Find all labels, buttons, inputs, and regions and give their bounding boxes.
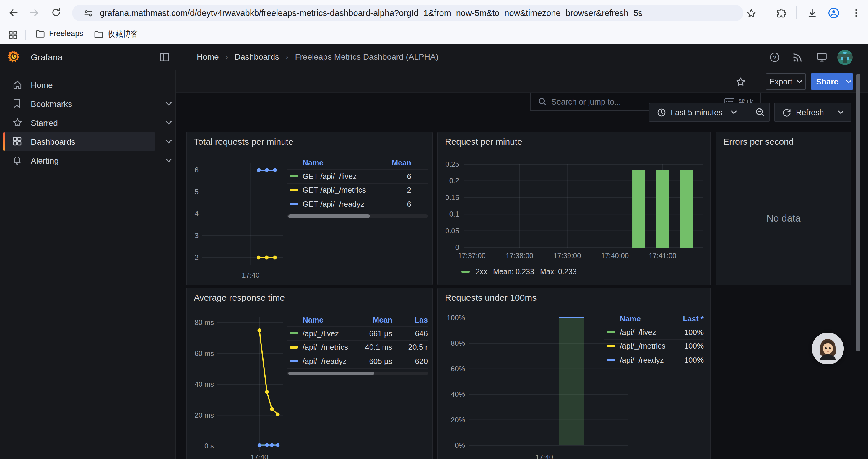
- refresh-icon: [782, 108, 791, 117]
- series-name[interactable]: /api/_/livez: [303, 329, 358, 338]
- time-range-picker[interactable]: Last 5 minutes: [649, 108, 750, 117]
- help-button[interactable]: ?: [769, 52, 780, 63]
- breadcrumb-home[interactable]: Home: [197, 52, 219, 61]
- apps-grid-button[interactable]: [5, 27, 21, 43]
- refresh-interval-dropdown[interactable]: [831, 110, 851, 114]
- column-name[interactable]: Name: [620, 314, 671, 323]
- table-row[interactable]: /api/_/livez 100%: [604, 326, 704, 339]
- search-icon: [538, 97, 547, 106]
- table-scrollbar[interactable]: [287, 371, 428, 375]
- table-row[interactable]: GET /api/_/metrics 2: [287, 184, 428, 197]
- series-name[interactable]: /api/_/readyz: [620, 356, 671, 364]
- home-icon: [12, 80, 23, 90]
- chevron-down-icon: [797, 80, 802, 83]
- grafana-logo[interactable]: [6, 50, 21, 64]
- panel-title[interactable]: Errors per second: [723, 136, 794, 146]
- series-name[interactable]: /api/_/livez: [620, 328, 671, 337]
- sidebar-item-bookmarks[interactable]: Bookmarks: [0, 95, 176, 113]
- table-row[interactable]: GET /api/_/readyz 6: [287, 197, 428, 211]
- zoom-out-time-button[interactable]: [751, 107, 769, 117]
- column-name[interactable]: Name: [303, 316, 358, 324]
- series-name[interactable]: GET /api/_/metrics: [303, 186, 384, 195]
- export-button[interactable]: Export: [766, 73, 806, 90]
- series-name[interactable]: /api/_/metrics: [620, 342, 671, 351]
- sidebar-toggle-button[interactable]: [159, 53, 169, 62]
- extensions-button[interactable]: [773, 5, 789, 21]
- floating-assistant-avatar[interactable]: [812, 333, 844, 364]
- legend-table-header: NameLast *: [604, 313, 704, 326]
- column-mean[interactable]: Mean: [358, 316, 392, 324]
- table-row[interactable]: /api/_/livez 661 µs 646: [287, 327, 428, 340]
- browser-menu-button[interactable]: [848, 5, 864, 21]
- table-scrollbar[interactable]: [287, 215, 428, 218]
- forward-button[interactable]: [26, 4, 42, 21]
- news-rss-button[interactable]: [793, 52, 803, 63]
- display-button[interactable]: [816, 52, 827, 63]
- url-bar[interactable]: grafana.mathmast.com/d/deytv4rwavabkb/fr…: [72, 5, 743, 21]
- bookmark-folder-freeleaps[interactable]: Freeleaps: [35, 29, 83, 38]
- sidebar-item-starred[interactable]: Starred: [0, 113, 176, 132]
- sidebar-item-dashboards[interactable]: Dashboards: [0, 132, 176, 151]
- svg-text:17:40:00: 17:40:00: [601, 252, 629, 260]
- series-name[interactable]: GET /api/_/readyz: [303, 200, 384, 208]
- dashboards-grid-icon: [12, 136, 23, 146]
- favorite-dashboard-button[interactable]: [736, 77, 746, 87]
- bookmark-star-button[interactable]: [743, 5, 759, 21]
- svg-text:0.1: 0.1: [450, 210, 459, 218]
- table-row[interactable]: /api/_/readyz 100%: [604, 353, 704, 367]
- series-mean: 6: [384, 172, 411, 181]
- chevron-down-icon[interactable]: [165, 102, 172, 106]
- column-name[interactable]: Name: [303, 158, 384, 167]
- breadcrumb-dashboards[interactable]: Dashboards: [235, 52, 279, 61]
- legend-table-header: NameMean: [287, 157, 428, 169]
- breadcrumb: Home › Dashboards › Freeleaps Metrics Da…: [197, 52, 438, 61]
- chevron-down-icon[interactable]: [165, 158, 172, 162]
- user-avatar[interactable]: [837, 50, 852, 65]
- svg-text:60 ms: 60 ms: [195, 350, 214, 357]
- chevron-down-icon: [846, 80, 851, 83]
- chevron-down-icon: [838, 110, 844, 114]
- share-dropdown-button[interactable]: [844, 73, 853, 90]
- share-button[interactable]: Share: [811, 73, 844, 90]
- column-mean[interactable]: Mean: [384, 158, 411, 167]
- chevron-down-icon[interactable]: [165, 139, 172, 143]
- table-row[interactable]: /api/_/metrics 100%: [604, 339, 704, 353]
- legend-table: NameMeanLas /api/_/livez 661 µs 646 /api…: [287, 314, 428, 368]
- reload-button[interactable]: [48, 4, 64, 21]
- refresh-button[interactable]: Refresh: [775, 108, 831, 117]
- clock-icon: [657, 108, 666, 117]
- series-last: 20.5 r: [392, 343, 428, 352]
- sidebar-item-alerting[interactable]: Alerting: [0, 151, 176, 169]
- series-name[interactable]: GET /api/_/livez: [303, 172, 384, 181]
- table-row[interactable]: GET /api/_/livez 6: [287, 169, 428, 184]
- bell-icon: [12, 155, 23, 165]
- table-row[interactable]: /api/_/readyz 605 µs 620: [287, 355, 428, 368]
- table-row[interactable]: /api/_/metrics 40.1 ms 20.5 r: [287, 340, 428, 355]
- folder-icon: [35, 29, 45, 37]
- svg-text:0.2: 0.2: [450, 177, 459, 185]
- profile-button[interactable]: [826, 5, 842, 21]
- svg-text:0.25: 0.25: [445, 160, 459, 168]
- chevron-down-icon[interactable]: [165, 121, 172, 125]
- bookmark-folder-blogs[interactable]: 收藏博客: [94, 29, 138, 40]
- bar-chart[interactable]: 0.250.20.150.10.05017:37:0017:38:0017:39…: [438, 132, 711, 286]
- star-icon: [12, 118, 23, 128]
- series-name[interactable]: /api/_/readyz: [303, 357, 358, 366]
- svg-text:17:40: 17:40: [251, 453, 268, 459]
- legend-series[interactable]: 2xx: [476, 268, 487, 276]
- svg-text:0 s: 0 s: [205, 442, 214, 450]
- column-last[interactable]: Last *: [671, 314, 704, 323]
- downloads-button[interactable]: [804, 5, 820, 21]
- series-name[interactable]: /api/_/metrics: [303, 343, 358, 352]
- series-last: 100%: [671, 328, 704, 337]
- column-last[interactable]: Las: [392, 316, 428, 324]
- back-button[interactable]: [5, 4, 21, 21]
- magnifier-minus-icon: [755, 107, 765, 117]
- monitor-icon: [816, 52, 827, 63]
- series-color-pill: [289, 332, 298, 335]
- site-info-icon[interactable]: [80, 5, 96, 21]
- browser-toolbar: grafana.mathmast.com/d/deytv4rwavabkb/fr…: [0, 0, 868, 25]
- page-scrollbar[interactable]: [856, 74, 860, 352]
- breadcrumb-separator: ›: [286, 52, 288, 61]
- sidebar-item-home[interactable]: Home: [0, 76, 176, 94]
